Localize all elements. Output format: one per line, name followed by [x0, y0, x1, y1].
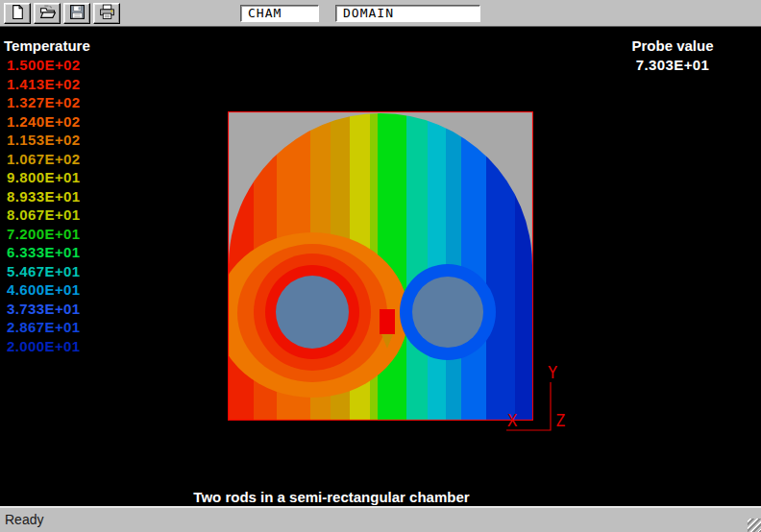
- printer-icon: [99, 4, 115, 24]
- new-file-button[interactable]: [4, 3, 31, 24]
- left-rod: [276, 276, 349, 349]
- save-button[interactable]: [63, 3, 90, 24]
- legend-entry: 1.327E+02: [7, 94, 81, 113]
- legend-entry: 3.733E+01: [7, 301, 81, 320]
- legend-entry: 6.333E+01: [7, 244, 81, 263]
- axis-triad: Y X Z: [495, 357, 574, 438]
- graphics-canvas: Temperature 1.500E+021.413E+021.327E+021…: [0, 28, 761, 506]
- app-window: CHAM DOMAIN Temperature 1.500E+021.413E+…: [0, 0, 761, 532]
- legend-entry: 1.153E+02: [7, 132, 81, 151]
- legend-entry: 1.067E+02: [7, 151, 81, 170]
- open-folder-icon: [39, 4, 56, 24]
- cham-field[interactable]: CHAM: [240, 5, 319, 22]
- legend-entry: 4.600E+01: [7, 281, 81, 301]
- status-text: Ready: [5, 512, 43, 527]
- open-file-button[interactable]: [34, 3, 61, 24]
- print-button[interactable]: [93, 3, 120, 24]
- status-bar: Ready: [0, 506, 761, 532]
- resize-grip[interactable]: [748, 519, 761, 532]
- legend-entry: 1.500E+02: [7, 57, 81, 76]
- axis-label-x: X: [507, 411, 518, 430]
- legend-entry: 2.000E+01: [7, 338, 81, 357]
- axis-label-y: Y: [548, 363, 557, 382]
- legend-entry: 7.200E+01: [7, 226, 81, 245]
- axis-label-z: Z: [555, 411, 565, 430]
- legend-entry: 8.933E+01: [7, 188, 81, 207]
- probe-label: Probe value: [615, 37, 730, 54]
- temperature-legend: 1.500E+021.413E+021.327E+021.240E+021.15…: [7, 57, 81, 356]
- legend-title: Temperature: [4, 37, 90, 54]
- right-rod: [412, 277, 483, 348]
- probe-value: 7.303E+01: [615, 57, 730, 73]
- toolbar: CHAM DOMAIN: [0, 0, 761, 27]
- domain-field[interactable]: DOMAIN: [335, 5, 480, 22]
- legend-entry: 1.240E+02: [7, 113, 81, 133]
- legend-entry: 1.413E+02: [7, 76, 81, 95]
- legend-entry: 9.800E+01: [7, 169, 81, 188]
- probe-marker[interactable]: [380, 309, 395, 334]
- save-floppy-icon: [69, 4, 86, 24]
- plot-caption: Two rods in a semi-rectangular chamber: [173, 489, 490, 505]
- legend-entry: 2.867E+01: [7, 319, 81, 338]
- legend-entry: 5.467E+01: [7, 263, 81, 282]
- new-file-icon: [10, 4, 26, 24]
- contour-plot[interactable]: [228, 111, 533, 421]
- legend-entry: 8.067E+01: [7, 206, 81, 226]
- probe-readout: Probe value 7.303E+01: [615, 37, 730, 73]
